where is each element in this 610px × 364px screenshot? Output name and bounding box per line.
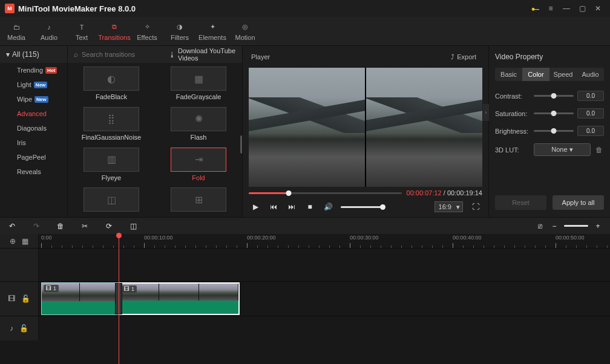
transition-thumb: ⇥ (171, 148, 226, 172)
motion-icon: ◎ (240, 22, 251, 33)
prop-tab-audio[interactable]: Audio (577, 68, 604, 81)
category-wipe[interactable]: WipeNew (0, 92, 67, 106)
audio-track[interactable]: ♪ 🔓 (0, 316, 610, 340)
category-all[interactable]: ▾ All (115) (0, 46, 67, 63)
brightness-value[interactable]: 0.0 (577, 126, 604, 136)
category-trending[interactable]: TrendingHot (0, 63, 67, 77)
video-track[interactable]: 🎞 🔓 🎞1 🎞1 (0, 281, 610, 316)
transition-label: Flash (191, 134, 207, 141)
tab-elements[interactable]: ✦Elements (196, 17, 229, 45)
volume-icon[interactable]: 🔊 (323, 201, 333, 212)
timeline-ruler[interactable]: ⊕ ▦ 0:0000:00:10:0000:00:20:0000:00:30:0… (0, 234, 610, 249)
timeline-zoom: ⎚ − + (535, 221, 603, 231)
overlay-track[interactable] (0, 249, 610, 281)
collapse-property-button[interactable]: › (483, 104, 489, 121)
lock-audio-track-button[interactable]: 🔓 (19, 324, 28, 333)
prop-tab-basic[interactable]: Basic (495, 68, 522, 81)
category-pagepeel[interactable]: PagePeel (0, 150, 67, 164)
transition-fadeblack[interactable]: ◐FadeBlack (74, 67, 149, 102)
maximize-icon[interactable]: ▢ (575, 1, 589, 16)
preview-right (366, 68, 482, 187)
category-light[interactable]: LightNew (0, 77, 67, 92)
license-key-icon[interactable] (528, 1, 542, 16)
category-advanced[interactable]: Advanced (0, 106, 67, 121)
timeline: ⊕ ▦ 0:0000:00:10:0000:00:20:0000:00:30:0… (0, 234, 610, 364)
category-iris[interactable]: Iris (0, 135, 67, 150)
lock-track-button[interactable]: 🔓 (21, 294, 30, 303)
speed-button[interactable]: ⟳ (104, 221, 114, 231)
tab-effects[interactable]: ✧Effects (131, 17, 163, 45)
menu-icon[interactable]: ≡ (543, 1, 558, 16)
fullscreen-button[interactable]: ⛶ (470, 201, 481, 212)
preview-panel: Player ⤴ Export 00:00:07:12 / 00:00:19:1… (242, 46, 489, 217)
zoom-out-button[interactable]: − (549, 221, 559, 231)
fit-zoom-icon[interactable]: ⎚ (535, 221, 545, 231)
minimize-icon[interactable]: — (559, 1, 574, 16)
video-clip-1[interactable]: 🎞1 (41, 282, 119, 315)
top-tabs: 🗀Media ♪Audio TText ⧉Transitions ✧Effect… (0, 17, 610, 46)
close-icon[interactable]: ✕ (591, 1, 605, 16)
progress-bar[interactable]: 00:00:07:12 / 00:00:19:14 (249, 189, 482, 197)
prop-tab-color[interactable]: Color (522, 68, 549, 81)
progress-handle[interactable] (286, 190, 291, 196)
transition-thumb: ⊞ (171, 187, 226, 212)
video-clip-2[interactable]: 🎞1 (119, 282, 240, 315)
tab-transitions[interactable]: ⧉Transitions (98, 17, 131, 45)
reset-button[interactable]: Reset (495, 195, 546, 210)
tab-audio[interactable]: ♪Audio (33, 17, 65, 45)
contrast-value[interactable]: 0.0 (577, 91, 604, 101)
brightness-slider[interactable] (534, 130, 574, 132)
delete-button[interactable]: 🗑 (56, 221, 65, 231)
undo-button[interactable]: ↶ (7, 221, 17, 231)
preview-viewport[interactable] (249, 68, 482, 187)
transition-extra-1[interactable]: ◫ (74, 187, 149, 213)
prop-tab-speed[interactable]: Speed (549, 68, 577, 81)
download-youtube-link[interactable]: ⭳ Download YouTube Videos (169, 47, 236, 62)
scrollbar[interactable] (240, 135, 242, 154)
split-button[interactable]: ✂ (80, 221, 90, 231)
tab-label: Elements (198, 34, 226, 41)
search-input[interactable] (82, 51, 165, 58)
transition-label: Fold (192, 174, 205, 181)
next-frame-button[interactable]: ⏭ (286, 201, 297, 212)
transition-finalgaussiannoise[interactable]: ⣿FinalGaussianNoise (74, 107, 149, 143)
play-button[interactable]: ▶ (250, 201, 261, 212)
crop-button[interactable]: ◫ (128, 221, 138, 231)
tab-filters[interactable]: ◑Filters (163, 17, 196, 45)
tab-media[interactable]: 🗀Media (0, 17, 33, 45)
add-track-button[interactable]: ⊕ (10, 237, 16, 245)
category-diagonals[interactable]: Diagonals (0, 121, 67, 135)
stop-button[interactable]: ■ (304, 201, 315, 212)
transition-flash[interactable]: ✺Flash (161, 107, 236, 143)
contrast-slider[interactable] (534, 95, 574, 97)
apply-all-button[interactable]: Apply to all (553, 195, 604, 210)
saturation-value[interactable]: 0.0 (577, 108, 604, 119)
transition-label: FinalGaussianNoise (82, 134, 141, 141)
saturation-slider[interactable] (534, 112, 574, 114)
prev-frame-button[interactable]: ⏮ (268, 201, 279, 212)
transition-fadegrayscale[interactable]: ▦FadeGrayscale (161, 67, 236, 102)
transition-extra-2[interactable]: ⊞ (161, 187, 236, 213)
tab-label: Audio (41, 34, 57, 41)
redo-button[interactable]: ↷ (31, 221, 41, 231)
clip-transition-marker[interactable] (115, 283, 122, 314)
transition-thumb: ◫ (84, 187, 139, 212)
aspect-select[interactable]: 16:9 (435, 201, 463, 212)
lut-select[interactable]: None ▾ (534, 143, 591, 156)
track-options-button[interactable]: ▦ (22, 237, 28, 245)
preview-left (249, 68, 365, 187)
export-button[interactable]: ⤴ Export (447, 51, 480, 63)
transition-fold[interactable]: ⇥Fold (161, 148, 236, 183)
preview-title: Player (251, 53, 270, 60)
volume-slider[interactable] (341, 206, 383, 208)
zoom-slider[interactable] (564, 225, 588, 227)
badge-new: New (34, 96, 48, 103)
category-reveals[interactable]: Reveals (0, 164, 67, 179)
transitions-header: ⌕ ⭳ Download YouTube Videos (68, 46, 242, 63)
delete-lut-button[interactable]: 🗑 (594, 145, 604, 155)
tab-text[interactable]: TText (65, 17, 98, 45)
download-icon: ⭳ (169, 51, 175, 58)
tab-motion[interactable]: ◎Motion (229, 17, 261, 45)
transition-flyeye[interactable]: ▥Flyeye (74, 148, 149, 183)
zoom-in-button[interactable]: + (593, 221, 603, 231)
